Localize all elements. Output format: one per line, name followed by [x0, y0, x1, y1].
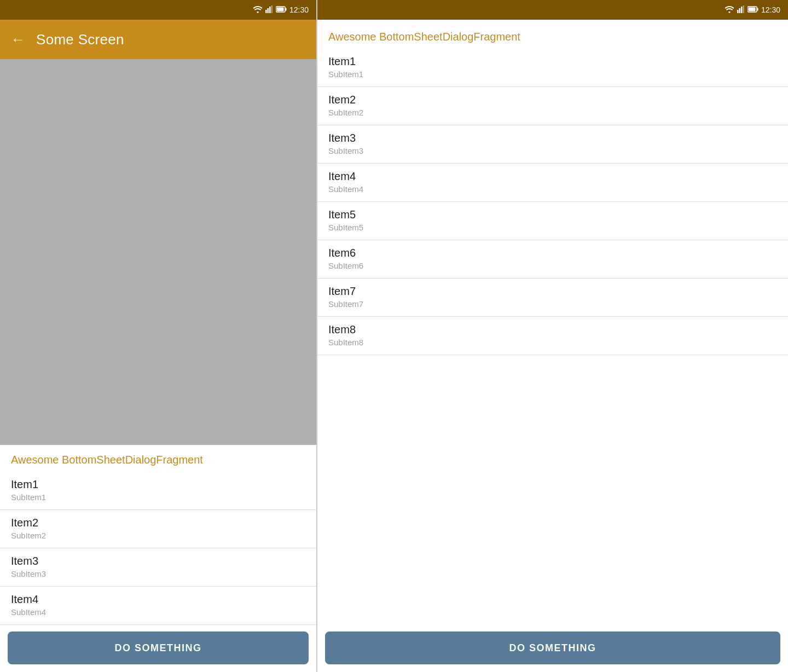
list-item[interactable]: Item3 SubItem3: [317, 125, 788, 164]
item-subtitle: SubItem8: [328, 337, 777, 351]
do-something-button-right[interactable]: DO SOMETHING: [325, 632, 780, 664]
svg-rect-9: [741, 7, 743, 13]
item-subtitle: SubItem1: [328, 68, 777, 83]
item-subtitle: SubItem2: [11, 530, 305, 544]
list-item[interactable]: Item7 SubItem7: [317, 279, 788, 317]
wifi-icon: [253, 5, 263, 15]
list-item[interactable]: Item6 SubItem6: [317, 240, 788, 279]
bottom-sheet-left: Awesome BottomSheetDialogFragment Item1 …: [0, 445, 316, 672]
svg-rect-6: [285, 8, 286, 10]
bottom-sheet-right: Awesome BottomSheetDialogFragment Item1 …: [317, 20, 788, 672]
list-item[interactable]: Item3 SubItem3: [0, 548, 316, 587]
svg-rect-10: [743, 5, 744, 13]
sheet-title-left: Awesome BottomSheetDialogFragment: [0, 445, 316, 472]
status-bar-right: 12:30: [317, 0, 788, 20]
sheet-title-right: Awesome BottomSheetDialogFragment: [317, 20, 788, 49]
item-subtitle: SubItem4: [11, 606, 305, 621]
list-item[interactable]: Item5 SubItem5: [317, 202, 788, 240]
item-title: Item7: [328, 284, 777, 298]
svg-rect-13: [757, 8, 758, 10]
battery-icon: [276, 6, 287, 14]
do-something-button-left[interactable]: DO SOMETHING: [8, 632, 309, 664]
svg-rect-12: [748, 7, 755, 11]
svg-rect-7: [737, 10, 739, 13]
right-phone: 12:30 Awesome BottomSheetDialogFragment …: [317, 0, 788, 672]
status-time-left: 12:30: [289, 5, 309, 14]
item-title: Item6: [328, 246, 777, 260]
item-title: Item1: [328, 54, 777, 68]
svg-rect-8: [739, 8, 740, 13]
item-subtitle: SubItem2: [328, 107, 777, 121]
svg-rect-0: [265, 10, 267, 13]
screen-title: Some Screen: [36, 31, 124, 48]
item-title: Item1: [11, 477, 305, 491]
item-subtitle: SubItem7: [328, 298, 777, 313]
signal-icon: [265, 5, 273, 15]
left-phone: 12:30 ← Some Screen Awesome BottomSheetD…: [0, 0, 317, 672]
svg-rect-5: [276, 7, 283, 11]
item-subtitle: SubItem3: [11, 568, 305, 583]
item-title: Item2: [11, 515, 305, 530]
list-item[interactable]: Item8 SubItem8: [317, 317, 788, 355]
list-item[interactable]: Item1 SubItem1: [317, 49, 788, 87]
item-title: Item3: [11, 554, 305, 568]
status-bar-left: 12:30: [0, 0, 316, 20]
item-title: Item4: [328, 169, 777, 183]
status-icons-left: 12:30: [253, 5, 309, 15]
item-title: Item4: [11, 592, 305, 606]
item-subtitle: SubItem3: [328, 145, 777, 160]
svg-rect-3: [271, 5, 273, 13]
sheet-list-right[interactable]: Item1 SubItem1 Item2 SubItem2 Item3 SubI…: [317, 49, 788, 625]
item-subtitle: SubItem1: [11, 491, 305, 506]
wifi-icon-right: [725, 5, 734, 15]
item-subtitle: SubItem6: [328, 260, 777, 275]
signal-icon-right: [737, 5, 745, 15]
item-subtitle: SubItem5: [328, 222, 777, 236]
svg-rect-1: [267, 8, 269, 13]
item-subtitle: SubItem4: [328, 183, 777, 198]
status-time-right: 12:30: [761, 5, 780, 14]
list-item[interactable]: Item4 SubItem4: [0, 587, 316, 625]
list-item[interactable]: Item1 SubItem1: [0, 472, 316, 510]
battery-icon-right: [748, 6, 758, 14]
list-item[interactable]: Item4 SubItem4: [317, 164, 788, 202]
back-button[interactable]: ←: [11, 31, 25, 48]
toolbar-left: ← Some Screen: [0, 20, 316, 59]
svg-rect-2: [269, 7, 271, 13]
list-item[interactable]: Item2 SubItem2: [317, 87, 788, 125]
content-area: [0, 59, 316, 445]
item-title: Item8: [328, 322, 777, 337]
item-title: Item2: [328, 92, 777, 107]
sheet-list-left[interactable]: Item1 SubItem1 Item2 SubItem2 Item3 SubI…: [0, 472, 316, 625]
list-item[interactable]: Item2 SubItem2: [0, 510, 316, 548]
item-title: Item3: [328, 131, 777, 145]
item-title: Item5: [328, 207, 777, 222]
status-icons-right: 12:30: [725, 5, 780, 15]
